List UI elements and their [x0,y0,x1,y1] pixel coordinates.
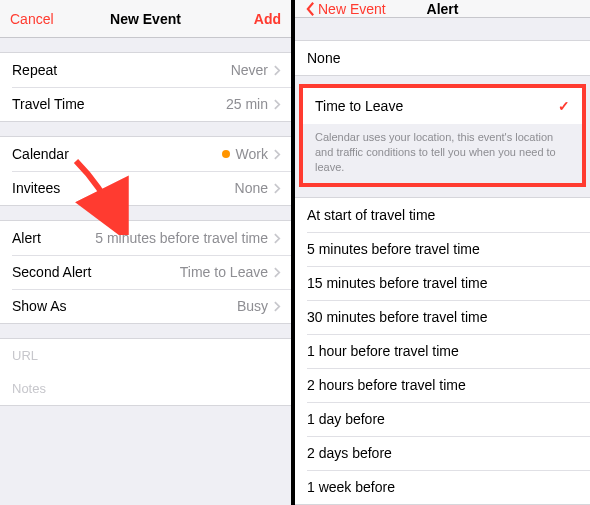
row-value: Never [231,62,268,78]
calendar-row[interactable]: Calendar Work [0,137,291,171]
alert-screen: New Event Alert . None Time to Leave ✓ C… [295,0,590,505]
alert-option[interactable]: 2 days before [295,436,590,470]
back-button[interactable]: New Event [305,1,386,17]
chevron-right-icon [274,233,281,244]
alert-option-none[interactable]: None [295,41,590,75]
row-label: Repeat [12,62,57,78]
row-label: Show As [12,298,66,314]
repeat-row[interactable]: Repeat Never [0,53,291,87]
alert-option[interactable]: 1 day before [295,402,590,436]
alert-option[interactable]: 1 hour before travel time [295,334,590,368]
calendar-color-dot [222,150,230,158]
row-value: Work [236,146,268,162]
second-alert-row[interactable]: Second Alert Time to Leave [0,255,291,289]
show-as-row[interactable]: Show As Busy [0,289,291,323]
row-label: Alert [12,230,41,246]
chevron-left-icon [305,1,316,17]
row-value: 5 minutes before travel time [95,230,268,246]
row-value: 25 min [226,96,268,112]
url-field[interactable]: URL [0,339,291,372]
row-value: Busy [237,298,268,314]
chevron-right-icon [274,65,281,76]
checkmark-icon: ✓ [558,98,570,114]
back-label: New Event [318,1,386,17]
add-button[interactable]: Add [254,11,281,27]
alert-option[interactable]: 2 hours before travel time [295,368,590,402]
alert-option-time-to-leave[interactable]: Time to Leave ✓ [303,88,582,124]
option-label: Time to Leave [315,98,403,114]
chevron-right-icon [274,149,281,160]
alert-option[interactable]: 5 minutes before travel time [295,232,590,266]
row-label: Calendar [12,146,69,162]
chevron-right-icon [274,301,281,312]
navbar: Cancel New Event Add [0,0,291,38]
row-value: None [235,180,268,196]
row-label: Second Alert [12,264,91,280]
navbar: New Event Alert . [295,0,590,18]
chevron-right-icon [274,267,281,278]
new-event-screen: Cancel New Event Add Repeat Never Travel… [0,0,295,505]
notes-field[interactable]: Notes [0,372,291,405]
row-label: Invitees [12,180,60,196]
selected-highlight: Time to Leave ✓ Calendar uses your locat… [299,84,586,187]
alert-option[interactable]: 30 minutes before travel time [295,300,590,334]
option-description: Calendar uses your location, this event'… [303,124,582,183]
alert-option[interactable]: 1 week before [295,470,590,504]
row-label: Travel Time [12,96,85,112]
travel-time-row[interactable]: Travel Time 25 min [0,87,291,121]
alert-option[interactable]: 15 minutes before travel time [295,266,590,300]
invitees-row[interactable]: Invitees None [0,171,291,205]
alert-row[interactable]: Alert 5 minutes before travel time [0,221,291,255]
chevron-right-icon [274,99,281,110]
alert-options-list: At start of travel time 5 minutes before… [295,197,590,505]
row-value: Time to Leave [180,264,268,280]
chevron-right-icon [274,183,281,194]
alert-option[interactable]: At start of travel time [295,198,590,232]
cancel-button[interactable]: Cancel [10,11,54,27]
